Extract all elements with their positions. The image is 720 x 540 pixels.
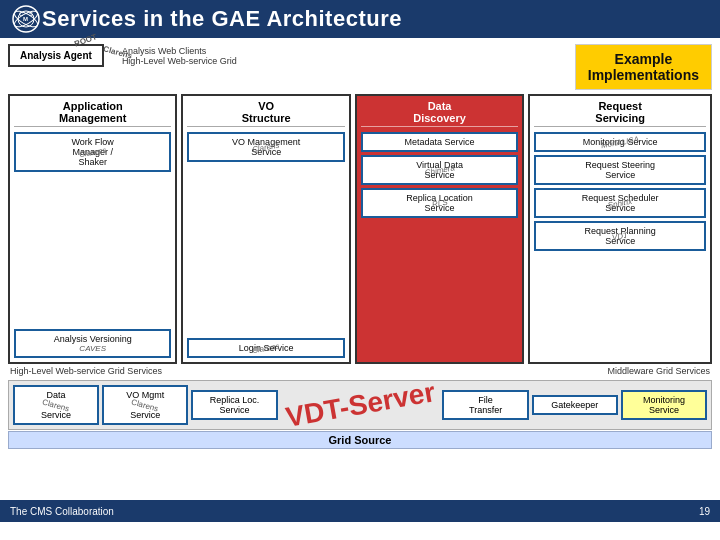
middleware-label: Middleware Grid Services	[607, 366, 710, 376]
service-request-scheduler: Request SchedulerService Sphinx	[534, 188, 706, 218]
clarens-rot-data: Clarens	[42, 398, 71, 414]
col-app-mgmt-title: ApplicationManagement	[14, 100, 171, 127]
col-vo-title: VOStructure	[187, 100, 344, 127]
service-request-steering: Request SteeringService	[534, 155, 706, 185]
bottom-gatekeeper: Gatekeeper	[532, 395, 618, 415]
bottom-replica: Replica Loc.Service	[191, 390, 277, 420]
clarens-overlay-3: Clarens	[189, 327, 343, 369]
example-implementations-box: Example Implementations	[575, 44, 712, 90]
col-data-title: DataDiscovery	[361, 100, 518, 127]
columns-area: ApplicationManagement Work FlowManager /…	[8, 94, 712, 364]
grid-source-bar: Grid Source	[8, 431, 712, 449]
example-line1: Example	[588, 51, 699, 67]
header: C M S Services in the GAE Architecture	[0, 0, 720, 38]
col-data-discovery: DataDiscovery Metadata Service Virtual D…	[355, 94, 524, 364]
caves-label: CAVES	[20, 344, 165, 353]
clarens-overlay-1: Clarens	[14, 121, 171, 183]
svg-text:M: M	[23, 16, 28, 22]
main-content: Analysis Agent ROOT Clarens Analysis Web…	[0, 38, 720, 500]
subheader-row: Analysis Agent ROOT Clarens Analysis Web…	[8, 44, 712, 90]
service-metadata: Metadata Service	[361, 132, 518, 152]
service-virtual-data: Virtual DataService Chimera	[361, 155, 518, 185]
service-analysis-vis: Analysis Versioning CAVES	[14, 329, 171, 358]
analysis-agent-label: Analysis Agent	[20, 50, 92, 61]
bottom-services-row: DataClarensService VO MgmtClarensService…	[13, 385, 707, 425]
col-vo-structure: VOStructure VO ManagementService Clarens…	[181, 94, 350, 364]
bottom-data-service: DataClarensService	[13, 385, 99, 425]
cms-logo: C M S	[10, 4, 42, 34]
service-request-planning: Request PlanningService VDT	[534, 221, 706, 251]
bottom-vo-mgmt: VO MgmtClarensService	[102, 385, 188, 425]
vdt-big-label: VDT-Server	[283, 376, 437, 434]
service-monitoring: Monitoring Service MonALISA	[534, 132, 706, 152]
grid-source-label: Grid Source	[329, 434, 392, 446]
middleware-row: High-Level Web-service Grid Services Mid…	[8, 366, 712, 376]
col-request-title: RequestServicing	[534, 100, 706, 127]
bottom-monitoring-service: MonitoringService	[621, 390, 707, 420]
service-login: Login Service Clarens	[187, 338, 344, 358]
col-app-management: ApplicationManagement Work FlowManager /…	[8, 94, 177, 364]
high-level-services-label: High-Level Web-service Grid Services	[10, 366, 162, 376]
web-clients-label: Analysis Web Clients	[122, 46, 206, 56]
footer-left: The CMS Collaboration	[10, 506, 114, 517]
vdt-big-text-container: VDT-Server	[281, 389, 440, 421]
example-line2: Implementations	[588, 67, 699, 83]
service-replica-location: Replica LocationService RLS	[361, 188, 518, 218]
grid-label: High-Level Web-service Grid	[122, 56, 237, 66]
bottom-strip: DataClarensService VO MgmtClarensService…	[8, 380, 712, 430]
web-labels: Analysis Web Clients High-Level Web-serv…	[122, 46, 237, 66]
analysis-agent-box: Analysis Agent ROOT Clarens	[8, 44, 104, 67]
bottom-file-transfer: FileTransfer	[442, 390, 528, 420]
page-title: Services in the GAE Architecture	[42, 6, 402, 32]
clarens-rot-vo: Clarens	[131, 398, 160, 414]
col-request-servicing: RequestServicing Monitoring Service MonA…	[528, 94, 712, 364]
footer: The CMS Collaboration 19	[0, 500, 720, 522]
service-workflow: Work FlowManager /Shaker Clarens	[14, 132, 171, 172]
clarens-overlay-2: Clarens	[188, 121, 344, 173]
footer-right: 19	[699, 506, 710, 517]
svg-text:S: S	[29, 11, 33, 17]
service-vo-management: VO ManagementService Clarens	[187, 132, 344, 162]
